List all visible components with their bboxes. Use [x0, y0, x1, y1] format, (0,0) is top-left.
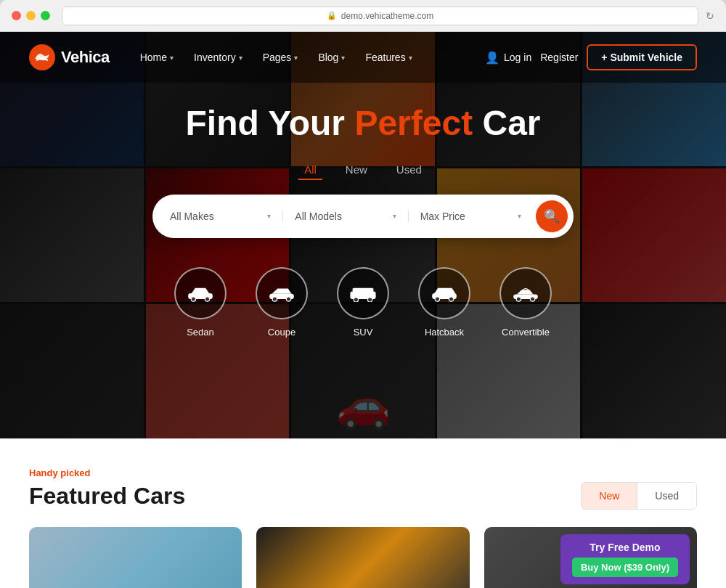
- featured-tab-used[interactable]: Used: [637, 483, 696, 509]
- logo[interactable]: Vehica: [29, 44, 110, 70]
- lock-icon: 🔒: [327, 11, 337, 20]
- card-overlay-1: [29, 527, 242, 588]
- dot-maximize[interactable]: [41, 11, 50, 20]
- car-card-image-3: Try Free Demo Buy Now ($39 Only): [484, 527, 697, 588]
- home-chevron-icon: ▾: [170, 54, 174, 62]
- hatchback-icon-circle: [418, 267, 470, 319]
- blog-chevron-icon: ▾: [341, 54, 345, 62]
- search-bar: All Makes ▾ All Models ▾ Max Price ▾ 🔍: [152, 195, 574, 238]
- svg-point-16: [530, 297, 534, 301]
- promo-buy-label[interactable]: Buy Now ($39 Only): [572, 558, 678, 577]
- sedan-icon: [186, 285, 215, 302]
- svg-point-15: [516, 297, 521, 301]
- featured-header: Handy picked Featured Cars New Used: [29, 467, 697, 510]
- logo-icon: [29, 44, 55, 70]
- hatchback-icon: [430, 285, 459, 302]
- coupe-icon: [267, 285, 296, 302]
- nav-home[interactable]: Home ▾: [131, 46, 182, 69]
- car-cards-grid: Try Free Demo Buy Now ($39 Only): [29, 527, 697, 588]
- featured-section: Handy picked Featured Cars New Used: [0, 438, 726, 588]
- coupe-icon-circle: [256, 267, 308, 319]
- hero-title-part2: Car: [473, 104, 540, 142]
- logo-text: Vehica: [61, 48, 110, 67]
- models-label: All Models: [295, 211, 392, 222]
- hero-title: Find Your Perfect Car: [186, 105, 541, 143]
- sedan-label: Sedan: [187, 327, 214, 338]
- user-icon: 👤: [485, 51, 499, 65]
- vehicle-type-sedan[interactable]: Sedan: [174, 267, 227, 338]
- featured-title-block: Handy picked Featured Cars: [29, 467, 185, 510]
- price-chevron-icon: ▾: [518, 212, 521, 220]
- dot-close[interactable]: [12, 11, 21, 20]
- featured-tabs: New Used: [581, 482, 697, 510]
- svg-point-2: [191, 297, 195, 301]
- price-label: Max Price: [420, 211, 518, 222]
- car-card-1[interactable]: [29, 527, 242, 588]
- address-bar[interactable]: 🔒 demo.vehicatheme.com: [62, 7, 698, 25]
- nav-inventory[interactable]: Inventory ▾: [185, 46, 251, 69]
- vehicle-types: Sedan Coupe: [174, 267, 552, 338]
- featured-tab-new[interactable]: New: [582, 483, 637, 509]
- search-icon: 🔍: [544, 208, 560, 224]
- suv-icon: [348, 285, 378, 302]
- vehicle-type-convertible[interactable]: Convertible: [499, 267, 552, 338]
- convertible-label: Convertible: [502, 327, 550, 338]
- vehicle-type-hatchback[interactable]: Hatcback: [418, 267, 470, 338]
- register-button[interactable]: Register: [540, 52, 578, 63]
- suv-label: SUV: [354, 327, 373, 338]
- suv-icon-circle: [337, 267, 389, 319]
- dot-minimize[interactable]: [26, 11, 36, 20]
- url-text: demo.vehicatheme.com: [341, 11, 433, 21]
- features-chevron-icon: ▾: [409, 54, 412, 62]
- svg-point-3: [205, 297, 209, 301]
- pages-chevron-icon: ▾: [294, 54, 298, 62]
- svg-point-6: [286, 297, 290, 301]
- vehicle-type-suv[interactable]: SUV: [337, 267, 389, 338]
- makes-label: All Makes: [170, 211, 267, 222]
- hero-title-accent: Perfect: [354, 104, 473, 142]
- featured-title: Featured Cars: [29, 483, 185, 510]
- models-select[interactable]: All Models ▾: [283, 211, 408, 222]
- nav-blog[interactable]: Blog ▾: [309, 46, 354, 69]
- submit-vehicle-button[interactable]: + Submit Vehicle: [587, 44, 697, 70]
- coupe-label: Coupe: [268, 327, 295, 338]
- refresh-button[interactable]: ↻: [706, 10, 714, 22]
- car-card-image-2: [256, 527, 469, 588]
- svg-rect-8: [353, 288, 374, 293]
- navigation: Vehica Home ▾ Inventory ▾ Pages ▾ Blog ▾: [0, 32, 726, 83]
- car-card-3[interactable]: Try Free Demo Buy Now ($39 Only): [484, 527, 697, 588]
- inventory-chevron-icon: ▾: [239, 54, 242, 62]
- hatchback-label: Hatcback: [425, 327, 464, 338]
- price-select[interactable]: Max Price ▾: [409, 211, 533, 222]
- makes-select[interactable]: All Makes ▾: [158, 211, 283, 222]
- convertible-icon-circle: [499, 267, 552, 319]
- car-card-2[interactable]: [256, 527, 469, 588]
- hero-content: Find Your Perfect Car All New Used All M…: [0, 32, 726, 438]
- hero-title-part1: Find Your: [186, 104, 355, 142]
- nav-features[interactable]: Features ▾: [356, 46, 420, 69]
- nav-pages[interactable]: Pages ▾: [254, 46, 307, 69]
- svg-point-9: [354, 297, 358, 301]
- login-button[interactable]: 👤 Log in: [485, 51, 531, 65]
- svg-point-13: [449, 297, 453, 301]
- sedan-icon-circle: [174, 267, 227, 319]
- car-card-image-1: [29, 527, 242, 588]
- hero-section: Vehica Home ▾ Inventory ▾ Pages ▾ Blog ▾: [0, 32, 726, 438]
- filter-tab-new[interactable]: New: [340, 160, 373, 180]
- hero-filter-tabs: All New Used: [298, 160, 428, 180]
- models-chevron-icon: ▾: [393, 212, 396, 220]
- promo-try-label: Try Free Demo: [572, 542, 678, 553]
- svg-point-5: [272, 297, 277, 301]
- makes-chevron-icon: ▾: [267, 212, 271, 220]
- browser-dots: [12, 11, 50, 20]
- promo-card: Try Free Demo Buy Now ($39 Only): [560, 534, 690, 584]
- search-button[interactable]: 🔍: [536, 200, 568, 232]
- svg-point-12: [435, 297, 439, 301]
- vehicle-type-coupe[interactable]: Coupe: [256, 267, 308, 338]
- nav-right: 👤 Log in Register + Submit Vehicle: [485, 44, 697, 70]
- featured-sub-label: Handy picked: [29, 467, 185, 478]
- filter-tab-used[interactable]: Used: [391, 160, 428, 180]
- filter-tab-all[interactable]: All: [298, 160, 322, 180]
- svg-point-10: [367, 297, 372, 301]
- convertible-icon: [511, 285, 540, 302]
